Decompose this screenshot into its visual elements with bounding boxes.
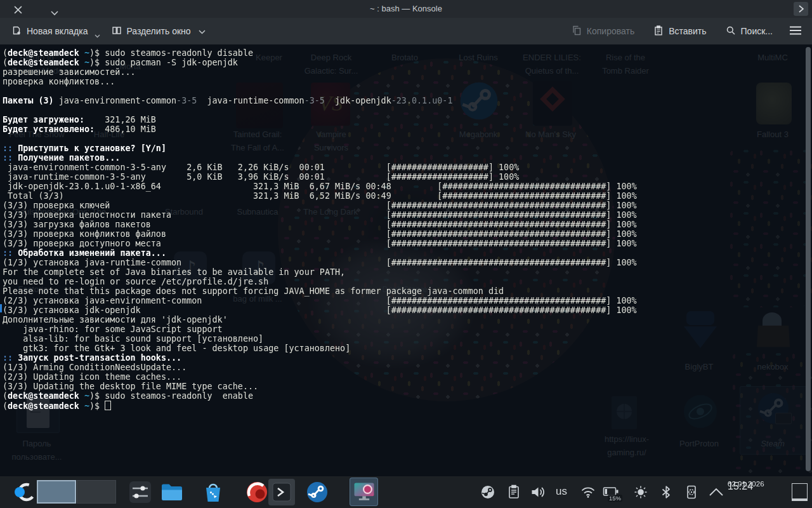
new-tab-icon <box>11 25 22 37</box>
konsole-task-button[interactable] <box>268 479 295 505</box>
terminal-line: :: Приступить к установке? [Y/n] <box>3 144 812 153</box>
terminal-output[interactable]: (deck@steamdeck ~)$ sudo steamos-readonl… <box>0 44 812 476</box>
new-tab-dropdown-icon[interactable] <box>95 30 100 40</box>
terminal-line: разрешение зависимостей... <box>3 67 812 77</box>
terminal-line: (2/3) установка java-environment-common … <box>3 296 812 305</box>
terminal-line: (3/3) проверка целостности пакета [#####… <box>3 210 812 220</box>
terminal-line: java-environment-common-3-5-any 2,6 KiB … <box>3 163 812 172</box>
keep-above-button[interactable] <box>794 2 808 16</box>
terminal-line: Будет установлено: 486,10 MiB <box>3 124 812 134</box>
virtual-desktop-1[interactable] <box>37 480 76 504</box>
virtual-desktop-2[interactable] <box>77 480 116 504</box>
terminal-line: java-rhino: for some JavaScript support <box>3 324 812 334</box>
terminal-line: (deck@steamdeck ~)$ sudo steamos-readonl… <box>3 391 812 401</box>
terminal-line: For the complete set of Java binaries to… <box>3 267 812 277</box>
terminal-scrollbar[interactable] <box>806 47 811 471</box>
terminal-line: :: Запуск post-transaction hooks... <box>3 353 812 363</box>
terminal-line: (3/3) проверка ключей [#################… <box>3 201 812 210</box>
terminal-line: gtk3: for the Gtk+ 3 look and feel - des… <box>3 344 812 353</box>
terminal-line: jdk-openjdk-23.0.1.u0-1-x86_64 321,3 MiB… <box>3 182 812 191</box>
split-window-button[interactable]: Разделить окно <box>112 25 206 37</box>
terminal-line <box>3 86 812 96</box>
terminal-line: :: Обработка изменений пакета... <box>3 248 812 258</box>
terminal-line: Total (3/3) 321,3 MiB 6,52 MiB/s 00:49 [… <box>3 191 812 201</box>
taskbar-panel: us 15% 15:24 02.01.2026 <box>0 476 812 508</box>
terminal-line: проверка конфликтов... <box>3 77 812 86</box>
terminal-line: alsa-lib: for basic sound support [устан… <box>3 334 812 344</box>
search-button[interactable]: Поиск... <box>726 25 773 37</box>
terminal-line: (2/3) Updating icon theme caches... <box>3 372 812 382</box>
terminal-line: you need to re-login or source /etc/prof… <box>3 277 812 286</box>
terminal-line <box>3 105 812 115</box>
terminal-line: (3/3) загрузка файлов пакетов [#########… <box>3 220 812 229</box>
terminal-line: Будет загружено: 321,26 MiB <box>3 115 812 124</box>
paste-label: Вставить <box>669 26 706 36</box>
search-icon <box>726 25 736 37</box>
show-desktop-button[interactable] <box>792 483 808 501</box>
terminal-line: Дополнительные зависимости для 'jdk-open… <box>3 315 812 324</box>
search-label: Поиск... <box>741 26 773 36</box>
terminal-line: (3/3) проверка конфликтов файлов [######… <box>3 229 812 239</box>
terminal-line <box>3 134 812 144</box>
window-title: ~ : bash — Konsole <box>0 0 812 18</box>
copy-icon <box>572 25 582 37</box>
new-tab-button[interactable]: Новая вкладка <box>11 22 100 40</box>
terminal-line: (deck@steamdeck ~)$ <box>3 401 812 410</box>
copy-label: Копировать <box>587 26 634 36</box>
paste-button[interactable]: Вставить <box>653 25 706 37</box>
terminal-line: (1/3) установка java-runtime-common [###… <box>3 258 812 267</box>
screenshot-tool-task-button[interactable] <box>350 478 378 506</box>
split-window-chevron-icon[interactable] <box>199 26 206 36</box>
terminal-line: (3/3) проверка доступного места [#######… <box>3 239 812 248</box>
window-titlebar[interactable]: ~ : bash — Konsole <box>0 0 812 18</box>
split-window-label: Разделить окно <box>127 26 191 36</box>
paste-icon <box>653 25 664 37</box>
hamburger-menu-icon[interactable] <box>789 25 802 37</box>
terminal-line: :: Получение пакетов... <box>3 153 812 163</box>
keyboard-layout-indicator[interactable]: us <box>556 485 567 498</box>
terminal-line: (deck@steamdeck ~)$ sudo pacman -S jdk-o… <box>3 58 812 67</box>
output-marker <box>0 304 2 312</box>
terminal-line: Please note that this package does not s… <box>3 286 812 296</box>
split-window-icon <box>112 25 122 37</box>
new-tab-label: Новая вкладка <box>27 26 88 36</box>
terminal-line: java-runtime-common-3-5-any 5,0 KiB 3,96… <box>3 172 812 182</box>
terminal-line: (deck@steamdeck ~)$ sudo steamos-readonl… <box>3 48 812 58</box>
konsole-toolbar: Новая вкладка Разделить окно Копировать <box>0 18 812 44</box>
konsole-window: ~ : bash — Konsole Новая вкладка Раздели… <box>0 0 812 476</box>
battery-percent-label: 15% <box>608 495 622 502</box>
terminal-line: (3/3) Updating the desktop file MIME typ… <box>3 382 812 391</box>
terminal-line: Пакеты (3) java-environment-common-3-5 j… <box>3 96 812 105</box>
terminal-line: (1/3) Arming ConditionNeedsUpdate... <box>3 363 812 372</box>
terminal-line: (3/3) установка jdk-openjdk [###########… <box>3 305 812 315</box>
copy-button[interactable]: Копировать <box>572 25 634 37</box>
clock-date: 02.01.2026 <box>728 480 764 488</box>
